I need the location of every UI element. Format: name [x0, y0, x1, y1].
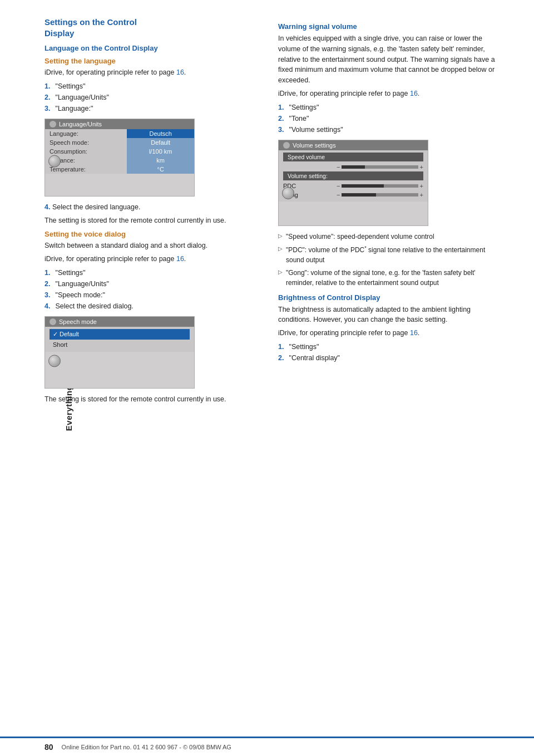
vol-bar-container: − +	[337, 183, 423, 189]
idrive-ref-warn-link[interactable]: 16	[410, 90, 418, 97]
vol-row-speedvol: − +	[283, 163, 423, 171]
volume-title: Volume settings	[293, 142, 336, 149]
list-item: 2. "Tone"	[278, 113, 495, 124]
list-item: 4. Select the desired dialog.	[44, 301, 261, 312]
warning-desc: In vehicles equipped with a single drive…	[278, 33, 495, 86]
screenshot-titlebar: Language/Units	[45, 119, 194, 129]
vol-bar-fill	[342, 165, 364, 169]
knob-icon	[282, 187, 294, 199]
table-cell-label: Consumption:	[45, 147, 127, 156]
footnote-marker: *	[364, 245, 367, 251]
screenshot-table-area: Language: Deutsch Speech mode: Default C…	[45, 129, 194, 174]
table-cell-value: l/100 km	[127, 147, 194, 156]
list-item: 3. "Speech mode:"	[44, 289, 261, 301]
lang-step4-text: Select the desired language.	[52, 203, 140, 211]
knob-icon	[48, 355, 61, 367]
section-title-line1: Settings on the Control	[44, 17, 137, 27]
table-row: Consumption: l/100 km	[45, 147, 194, 156]
list-item: 2. "Language/Units"	[44, 92, 261, 103]
list-item: "PDC": volume of the PDC* signal tone re…	[278, 244, 495, 265]
left-column: Settings on the Control Display Language…	[44, 17, 261, 737]
section-title-line2: Display	[44, 28, 74, 38]
right-column: Warning signal volume In vehicles equipp…	[278, 17, 495, 737]
list-item: 1. "Settings"	[278, 102, 495, 113]
table-cell-value: Default	[127, 138, 194, 147]
voice-steps-list: 1. "Settings" 2. "Language/Units" 3. "Sp…	[44, 267, 261, 312]
lang-stored: The setting is stored for the remote con…	[44, 215, 261, 226]
list-item: 2. "Language/Units"	[44, 278, 261, 289]
subsection-lang: Language on the Control Display	[44, 44, 261, 52]
lang-table: Language: Deutsch Speech mode: Default C…	[45, 129, 194, 174]
volume-titlebar: Volume settings	[279, 140, 428, 150]
table-cell-value: °C	[127, 165, 194, 174]
vol-bar-container: − +	[337, 164, 423, 170]
warning-title: Warning signal volume	[278, 22, 495, 31]
idrive-ref-lang-text: iDrive, for operating principle refer to…	[44, 68, 174, 76]
table-cell-label: Speech mode:	[45, 138, 127, 147]
footer-text: Online Edition for Part no. 01 41 2 600 …	[62, 744, 231, 750]
sub-setting-language: Setting the language	[44, 57, 261, 65]
list-item: 3. "Language:"	[44, 103, 261, 114]
plus-icon: +	[420, 183, 423, 189]
brightness-title: Brightness of Control Display	[278, 293, 495, 302]
voice-desc: Switch between a standard dialog and a s…	[44, 240, 261, 251]
brightness-desc: The brightness is automatically adapted …	[278, 305, 495, 326]
lang-units-screenshot: Language/Units Language: Deutsch Speech …	[44, 119, 195, 197]
volume-bullets: "Speed volume": speed-dependent volume c…	[278, 232, 495, 288]
idrive-ref-bright-link[interactable]: 16	[410, 329, 418, 337]
idrive-ref-lang-link[interactable]: 16	[176, 68, 184, 76]
table-row: Language: Deutsch	[45, 129, 194, 138]
bright-steps-list: 1. "Settings" 2. "Central display"	[278, 341, 495, 364]
vol-bar	[342, 193, 418, 197]
table-cell-value: km	[127, 156, 194, 165]
page-number: 80	[44, 743, 53, 752]
idrive-ref-voice: iDrive, for operating principle refer to…	[44, 254, 261, 264]
table-cell-value: Deutsch	[127, 129, 194, 138]
speech-title: Speech mode	[59, 318, 97, 325]
vol-row-pdc: PDC − +	[283, 181, 423, 190]
vol-area: Speed volume − + Volume setting:	[279, 150, 428, 202]
idrive-ref-warn: iDrive, for operating principle refer to…	[278, 89, 495, 99]
menu-item-default: ✓ Default	[50, 329, 190, 340]
idrive-ref-bright-text: iDrive, for operating principle refer to…	[278, 329, 408, 337]
vol-bar	[342, 165, 418, 169]
voice-stored: The setting is stored for the remote con…	[44, 394, 261, 405]
table-cell-label: Language:	[45, 129, 127, 138]
vol-bar-container: − +	[337, 192, 423, 198]
speech-screenshot: Speech mode ✓ Default Short	[44, 316, 195, 389]
idrive-ref-lang: iDrive, for operating principle refer to…	[44, 67, 261, 78]
vol-bar-fill	[342, 184, 383, 188]
speech-menu-area: ✓ Default Short	[45, 327, 194, 352]
idrive-ref-voice-link[interactable]: 16	[176, 255, 184, 263]
plus-icon: +	[420, 164, 423, 170]
knob-icon	[48, 155, 61, 167]
list-item: 3. "Volume settings"	[278, 124, 495, 135]
sub-setting-voice: Setting the voice dialog	[44, 230, 261, 238]
main-content: Settings on the Control Display Language…	[44, 17, 517, 737]
table-row: Speech mode: Default	[45, 138, 194, 147]
idrive-ref-warn-text: iDrive, for operating principle refer to…	[278, 90, 408, 97]
speed-vol-header: Speed volume	[283, 153, 423, 161]
speech-titlebar: Speech mode	[45, 317, 194, 327]
section-title: Settings on the Control Display	[44, 17, 261, 38]
minus-icon: −	[337, 183, 340, 189]
list-item: 1. "Settings"	[278, 341, 495, 352]
table-row: Distance: km	[45, 156, 194, 165]
titlebar-icon	[50, 121, 56, 127]
idrive-ref-voice-text: iDrive, for operating principle refer to…	[44, 255, 174, 263]
page-container: Everything under control Settings on the…	[0, 0, 534, 756]
menu-item-short: Short	[50, 340, 190, 350]
lang-steps-list: 1. "Settings" 2. "Language/Units" 3. "La…	[44, 81, 261, 114]
list-item: "Speed volume": speed-dependent volume c…	[278, 232, 495, 242]
vol-setting-header: Volume setting:	[283, 171, 423, 180]
list-item: 1. "Settings"	[44, 81, 261, 92]
list-item: 1. "Settings"	[44, 267, 261, 278]
list-item: "Gong": volume of the signal tone, e.g. …	[278, 268, 495, 288]
idrive-ref-bright: iDrive, for operating principle refer to…	[278, 328, 495, 338]
table-row: Temperature: °C	[45, 165, 194, 174]
volume-screenshot: Volume settings Speed volume − +	[278, 140, 428, 226]
vol-bar-fill	[342, 193, 376, 197]
titlebar-icon	[283, 142, 290, 149]
screenshot-title: Language/Units	[59, 121, 102, 127]
titlebar-icon	[50, 318, 56, 325]
